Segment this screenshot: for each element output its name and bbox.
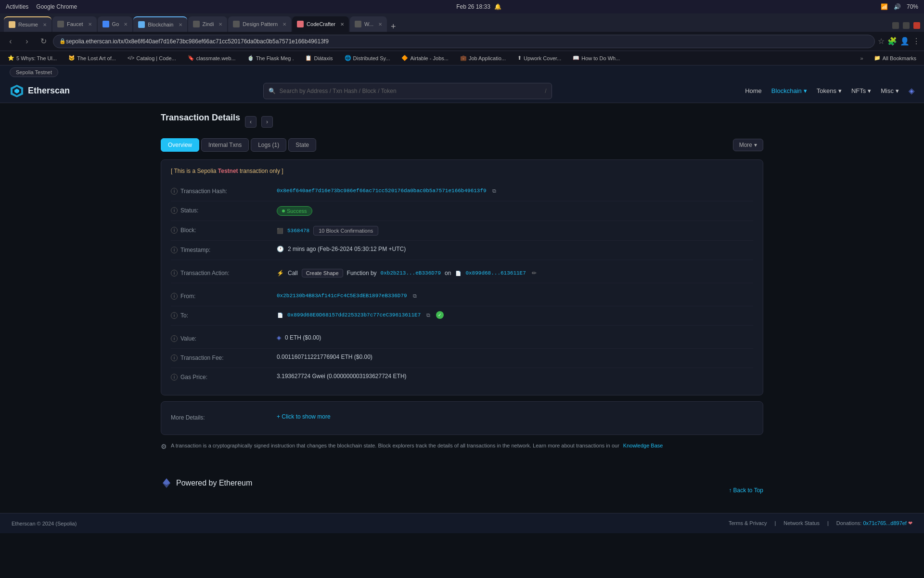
window-minimize[interactable] bbox=[892, 22, 899, 29]
bookmark-howto[interactable]: 📖 How to Do Wh... bbox=[570, 54, 623, 62]
info-icon-from[interactable]: i bbox=[171, 293, 178, 300]
activities-label[interactable]: Activities bbox=[6, 3, 28, 10]
label-to: i To: bbox=[171, 311, 277, 319]
extensions-icon[interactable]: 🧩 bbox=[887, 37, 897, 46]
info-icon-status[interactable]: i bbox=[171, 207, 178, 214]
bookmark-diataxis[interactable]: 📋 Diátaxis bbox=[302, 54, 335, 62]
from-address[interactable]: 0x2b2130b4B83Af141cFc4C5E3dEB1897eB336D7… bbox=[277, 293, 407, 299]
nav-nfts[interactable]: NFTs ▾ bbox=[851, 87, 871, 94]
info-icon-tx-action[interactable]: i bbox=[171, 270, 178, 276]
browser-tabs-bar: Resume ✕ Faucet ✕ Go ✕ Blockchain ✕ Zind… bbox=[0, 13, 924, 32]
tx-from-addr[interactable]: 0xb2b213...eB336D79 bbox=[381, 270, 441, 276]
reload-button[interactable]: ↻ bbox=[37, 35, 50, 48]
info-icon-tx-fee[interactable]: i bbox=[171, 355, 178, 361]
etherscan-logo[interactable]: Etherscan bbox=[10, 84, 70, 98]
tab-close-design-pattern[interactable]: ✕ bbox=[282, 22, 286, 27]
tab-close-go[interactable]: ✕ bbox=[124, 22, 128, 27]
bookmark-job[interactable]: 💼 Job Applicatio... bbox=[457, 54, 509, 62]
profile-icon[interactable]: 👤 bbox=[900, 37, 910, 46]
donation-address[interactable]: 0x71c765...d897ef bbox=[863, 520, 907, 526]
tab-close-zindi[interactable]: ✕ bbox=[218, 22, 222, 27]
terms-link[interactable]: Terms & Privacy bbox=[729, 520, 767, 526]
value-gas-price: 3.193627724 Gwei (0.000000003193627724 E… bbox=[277, 373, 753, 380]
status-badge: Success bbox=[277, 206, 312, 216]
bookmark-lost-art[interactable]: 🐱 The Lost Art of... bbox=[65, 54, 119, 62]
copy-from-icon[interactable]: ⧉ bbox=[411, 292, 419, 300]
tx-to-addr[interactable]: 0x899d68...613611E7 bbox=[465, 270, 526, 276]
info-icon-timestamp[interactable]: i bbox=[171, 247, 178, 253]
bookmark-catalog[interactable]: </> Catalog | Code... bbox=[125, 54, 179, 62]
bookmarks-more[interactable]: » bbox=[860, 55, 863, 61]
tab-internal-txns[interactable]: Internal Txns bbox=[201, 138, 249, 152]
chevron-down-icon: ▾ bbox=[838, 87, 842, 94]
network-status-link[interactable]: Network Status bbox=[783, 520, 820, 526]
copy-tx-hash-icon[interactable]: ⧉ bbox=[490, 187, 498, 195]
nav-tokens[interactable]: Tokens ▾ bbox=[817, 87, 842, 94]
window-close[interactable] bbox=[913, 22, 920, 29]
network-badge[interactable]: Sepolia Testnet bbox=[10, 67, 58, 77]
knowledge-base-link[interactable]: Knowledge Base bbox=[623, 443, 663, 448]
prev-nav-button[interactable]: ‹ bbox=[245, 116, 257, 128]
next-nav-button[interactable]: › bbox=[261, 116, 273, 128]
etherscan-search[interactable]: 🔍 Search by Address / Txn Hash / Block /… bbox=[263, 83, 552, 99]
lightning-icon: ⚡ bbox=[277, 270, 284, 276]
nav-misc[interactable]: Misc ▾ bbox=[881, 87, 899, 94]
browser-tab-go[interactable]: Go ✕ bbox=[98, 16, 133, 32]
block-number[interactable]: 5368478 bbox=[287, 228, 309, 234]
browser-tab-zindi[interactable]: Zindi ✕ bbox=[188, 16, 228, 32]
browser-label[interactable]: Google Chrome bbox=[36, 3, 77, 10]
info-icon-tx-hash[interactable]: i bbox=[171, 188, 178, 195]
bookmark-job-label: Job Applicatio... bbox=[469, 55, 506, 61]
value-block: ⬛ 5368478 10 Block Confirmations bbox=[277, 226, 753, 236]
show-more-link[interactable]: + Click to show more bbox=[277, 413, 331, 420]
tx-fee-value: 0.001160711221776904 ETH ($0.00) bbox=[277, 354, 372, 360]
tab-logs[interactable]: Logs (1) bbox=[251, 138, 286, 152]
tab-close-faucet[interactable]: ✕ bbox=[88, 22, 92, 27]
bookmark-flask[interactable]: 🍵 The Flask Meg . bbox=[244, 54, 297, 62]
browser-tab-blockchain[interactable]: Blockchain ✕ bbox=[133, 16, 187, 32]
window-maximize[interactable] bbox=[903, 22, 910, 29]
datetime: Feb 26 18:33 bbox=[456, 3, 490, 10]
back-button[interactable]: ‹ bbox=[4, 35, 17, 48]
bookmark-all[interactable]: 📁 All Bookmarks bbox=[871, 54, 919, 62]
browser-tab-codecrafter[interactable]: CodeCrafter ✕ bbox=[292, 16, 349, 32]
tab-close-codecrafter[interactable]: ✕ bbox=[340, 22, 344, 27]
etherscan-logo-text: Etherscan bbox=[28, 86, 70, 96]
menu-icon[interactable]: ⋮ bbox=[912, 37, 920, 46]
edit-icon[interactable]: ✏ bbox=[532, 270, 537, 276]
copy-to-icon[interactable]: ⧉ bbox=[424, 311, 432, 319]
bookmark-all-label: All Bookmarks bbox=[883, 55, 916, 61]
bookmark-upwork[interactable]: ⬆ Upwork Cover... bbox=[514, 54, 564, 62]
bookmark-icon[interactable]: ☆ bbox=[878, 37, 885, 46]
url-bar[interactable]: 🔒 sepolia.etherscan.io/tx/0x8e6f640aef7d… bbox=[53, 35, 875, 48]
browser-tab-misc1[interactable]: W... ✕ bbox=[350, 16, 387, 32]
row-timestamp: i Timestamp: 🕐 2 mins ago (Feb-26-2024 0… bbox=[171, 241, 753, 260]
browser-tab-faucet[interactable]: Faucet ✕ bbox=[52, 16, 97, 32]
bookmark-airtable[interactable]: 🔶 Airtable - Jobs... bbox=[398, 54, 451, 62]
tab-close-resume[interactable]: ✕ bbox=[43, 22, 47, 27]
more-button[interactable]: More ▾ bbox=[733, 139, 763, 151]
bookmark-distributed[interactable]: 🌐 Distributed Sy... bbox=[342, 54, 393, 62]
info-icon-block[interactable]: i bbox=[171, 227, 178, 234]
bookmark-5whys[interactable]: ⭐ 5 Whys: The Ul... bbox=[5, 54, 60, 62]
info-icon-value[interactable]: i bbox=[171, 335, 178, 342]
browser-tab-design-pattern[interactable]: Design Pattern ✕ bbox=[228, 16, 291, 32]
tab-overview[interactable]: Overview bbox=[161, 138, 199, 152]
tab-close-blockchain[interactable]: ✕ bbox=[179, 22, 182, 27]
nav-home[interactable]: Home bbox=[745, 87, 762, 94]
value-status: Success bbox=[277, 206, 753, 216]
browser-tab-resume[interactable]: Resume ✕ bbox=[4, 16, 51, 32]
lock-icon: 🔒 bbox=[59, 38, 66, 44]
info-icon-gas-price[interactable]: i bbox=[171, 374, 178, 381]
bookmark-classmate[interactable]: 🔖 classmate.web... bbox=[185, 54, 239, 62]
info-icon-to[interactable]: i bbox=[171, 312, 178, 319]
to-address[interactable]: 0x899d68E0D68157dd225323b7c77ceC39613611… bbox=[287, 312, 421, 318]
forward-button[interactable]: › bbox=[20, 35, 34, 48]
tx-hash-value[interactable]: 0x8e6f640aef7d16e73bc986ef66ac71cc520176… bbox=[277, 188, 487, 194]
back-to-top-button[interactable]: ↑ Back to Top bbox=[729, 487, 763, 494]
tab-state[interactable]: State bbox=[288, 138, 316, 152]
etherscan-nav: Home Blockchain ▾ Tokens ▾ NFTs ▾ Misc ▾… bbox=[745, 86, 914, 95]
nav-blockchain[interactable]: Blockchain ▾ bbox=[771, 87, 807, 94]
new-tab-button[interactable]: + bbox=[388, 22, 399, 32]
tab-close-misc1[interactable]: ✕ bbox=[378, 22, 382, 27]
